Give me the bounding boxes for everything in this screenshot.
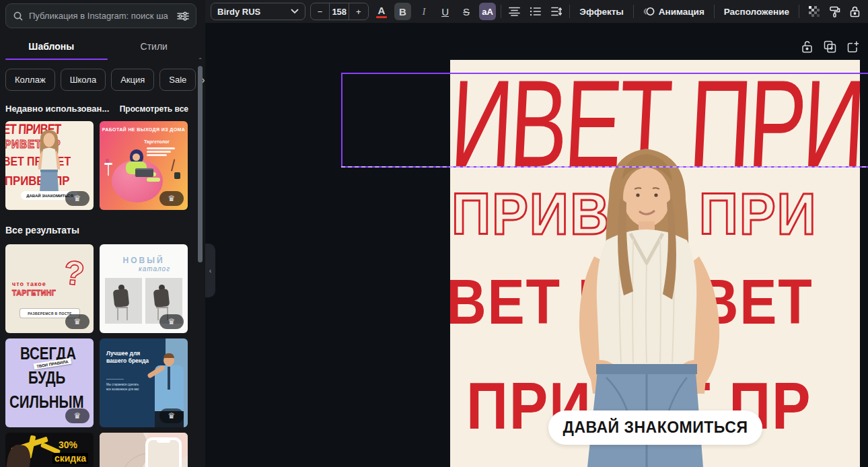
template-card-phone[interactable] <box>100 433 188 467</box>
laptop-shape <box>135 168 153 177</box>
character-leg <box>147 178 160 182</box>
italic-button[interactable]: I <box>416 3 433 20</box>
design-photo-woman[interactable] <box>450 60 860 467</box>
list-button[interactable] <box>527 3 544 20</box>
cup-shape <box>106 159 109 163</box>
animation-label: Анимация <box>659 7 704 17</box>
phone-notch <box>157 440 170 443</box>
panel-tabs: Шаблоны Стили <box>0 38 205 59</box>
text-color-swatch <box>376 16 387 18</box>
bullet-line <box>147 154 167 156</box>
chips-more-icon[interactable]: › <box>201 69 213 91</box>
template-text: ТАРГЕТИНГ <box>12 289 56 297</box>
lock-icon <box>850 6 860 17</box>
line-spacing-button[interactable] <box>548 3 565 20</box>
filter-chips: Коллаж Школа Акция Sale › <box>5 69 213 91</box>
recent-title: Недавно использован... <box>5 104 109 114</box>
sidebar-scrollbar[interactable] <box>198 66 203 262</box>
toolbar-right-group <box>799 5 863 18</box>
template-text: НОВЫЙ <box>100 256 188 265</box>
template-text: БУДЬ <box>28 368 65 388</box>
add-page-icon <box>847 40 860 53</box>
chip-action[interactable]: Акция <box>111 69 154 91</box>
toolbar-divider <box>633 5 634 18</box>
font-selector[interactable]: Birdy RUS <box>211 3 305 20</box>
position-button[interactable]: Расположение <box>719 7 794 17</box>
pro-crown-badge: ♛ <box>159 191 184 206</box>
template-card-strong[interactable]: ВСЕГДА БУДЬ СИЛЬНЫМ ТВОИ ПРАВИЛА ♛ <box>5 338 94 427</box>
font-name: Birdy RUS <box>217 7 260 17</box>
table-leg-shape <box>108 165 109 176</box>
template-text: каталог <box>139 265 170 273</box>
search-input[interactable] <box>29 11 172 21</box>
page-actions <box>801 40 860 53</box>
text-align-button[interactable] <box>506 3 523 20</box>
template-card-work-home[interactable]: РАБОТАЙ НЕ ВЫХОДЯ ИЗ ДОМА Таргетолог ♛ <box>100 121 188 210</box>
plant-pot-shape <box>174 172 180 179</box>
animation-icon <box>643 6 655 17</box>
add-page-button[interactable] <box>847 40 860 53</box>
pro-crown-badge: ♛ <box>65 408 89 423</box>
decrease-font-size-button[interactable]: − <box>311 3 330 20</box>
divider-line <box>106 379 124 380</box>
man-silhouette <box>113 289 130 308</box>
chip-collage[interactable]: Коллаж <box>5 69 55 91</box>
active-tab-underline <box>5 59 108 60</box>
plant-shape <box>171 159 183 174</box>
paint-roller-icon <box>830 6 840 17</box>
template-card-brand[interactable]: Лучшее для вашего бренда Мы стараемся сд… <box>100 338 188 427</box>
text-color-button[interactable]: A <box>373 3 390 20</box>
font-size-value[interactable]: 158 <box>329 3 349 20</box>
duplicate-page-button[interactable] <box>824 40 836 53</box>
recent-section-header: Недавно использован... Просмотреть все <box>5 104 188 114</box>
search-bar[interactable] <box>5 3 196 28</box>
tab-templates[interactable]: Шаблоны <box>0 38 103 59</box>
toolbar-divider <box>569 5 570 18</box>
tab-styles[interactable]: Стили <box>103 38 206 59</box>
template-card-targeting[interactable]: что такое ТАРГЕТИНГ ? РАЗБЕРЕМСЯ В ПОСТЕ… <box>5 244 94 333</box>
chip-school[interactable]: Школа <box>61 69 106 91</box>
discount-percent: 30% <box>59 439 77 450</box>
template-card-privet[interactable]: ЕТ ПРИВЕТ РИВЕТ ПР ВЕТ ПРИВЕТ ПРИВЕТ ПР … <box>5 121 94 210</box>
stool-leg <box>157 308 159 320</box>
design-cta-button[interactable]: ДАВАЙ ЗНАКОМИТЬСЯ <box>548 410 762 445</box>
effects-button[interactable]: Эффекты <box>575 7 628 17</box>
chip-sale[interactable]: Sale <box>159 69 196 91</box>
template-card-catalog[interactable]: НОВЫЙ каталог ♛ <box>100 244 188 333</box>
text-color-letter: A <box>378 5 386 15</box>
question-mark-graphic: ? <box>63 253 87 294</box>
copy-style-button[interactable] <box>830 6 840 17</box>
animation-button[interactable]: Анимация <box>639 6 709 17</box>
scroll-up-icon[interactable]: ⌃ <box>198 57 203 64</box>
man-tie <box>168 367 170 390</box>
filter-sliders-icon[interactable] <box>177 11 189 22</box>
template-subtitle: Таргетолог <box>144 139 170 144</box>
pro-crown-badge: ♛ <box>65 191 89 206</box>
see-all-link[interactable]: Просмотреть все <box>120 104 188 114</box>
strikethrough-button[interactable]: S <box>458 3 475 20</box>
text-case-button[interactable]: aA <box>479 3 496 20</box>
transparency-button[interactable] <box>809 6 820 17</box>
pro-crown-badge: ♛ <box>65 314 89 329</box>
toolbar-divider <box>714 5 715 18</box>
results-section-title: Все результаты <box>5 225 79 236</box>
bold-button[interactable]: B <box>394 3 411 20</box>
template-title: Лучшее для вашего бренда <box>106 350 155 365</box>
chevron-down-icon <box>291 9 299 14</box>
line-spacing-icon <box>551 7 562 16</box>
collapse-chevron-icon: ‹ <box>209 266 212 275</box>
unlock-page-button[interactable] <box>801 40 813 53</box>
increase-font-size-button[interactable]: + <box>349 3 368 20</box>
underline-button[interactable]: U <box>437 3 454 20</box>
phone-screen <box>148 440 179 467</box>
align-center-icon <box>509 7 520 16</box>
checkerboard-icon <box>809 6 820 17</box>
design-canvas-page[interactable]: ИВЕТ ПРИ ПРИВЕТ ПРИ ВЕТ ПРИВЕТ ПРИВЕТ ПР… <box>450 60 860 467</box>
duplicate-icon <box>824 40 836 53</box>
template-text: что такое <box>12 281 46 287</box>
panel-collapse-handle[interactable]: ‹ <box>205 244 215 297</box>
unlock-icon <box>801 40 813 53</box>
character-face <box>133 153 140 161</box>
lock-button[interactable] <box>850 6 860 17</box>
template-card-discount[interactable]: 30% скидка <box>5 433 94 467</box>
